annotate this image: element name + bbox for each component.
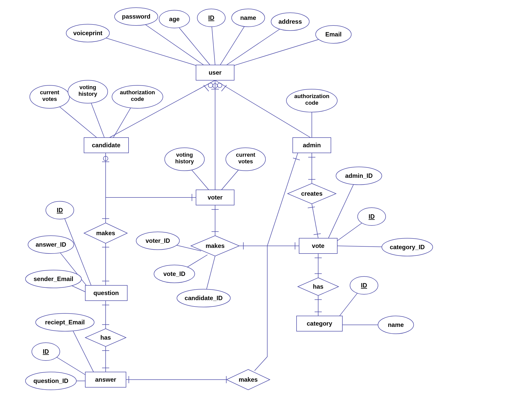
svg-text:authorization: authorization — [120, 89, 155, 96]
svg-text:makes: makes — [96, 230, 115, 236]
svg-line-8 — [221, 85, 227, 91]
entity-category: category — [297, 316, 342, 331]
svg-text:ID: ID — [361, 282, 367, 289]
edge-admin-creates — [308, 153, 315, 183]
svg-text:answer: answer — [95, 376, 116, 383]
edge-answer-reciept — [70, 325, 94, 373]
edge-user-voter — [211, 80, 219, 190]
edge-creates-vote — [308, 204, 321, 238]
svg-text:has: has — [100, 334, 111, 341]
svg-text:age: age — [169, 16, 179, 22]
svg-text:reciept_Email: reciept_Email — [45, 319, 85, 326]
attr-user-name: name — [232, 9, 265, 27]
edge-question-has — [102, 301, 109, 329]
attr-question-id: ID — [46, 201, 74, 219]
svg-text:vote: vote — [312, 242, 324, 249]
attr-user-voiceprint: voiceprint — [66, 24, 109, 42]
attr-user-address: address — [271, 13, 309, 31]
edge-answer-makes2 — [125, 376, 230, 383]
attr-category-id: ID — [350, 276, 378, 294]
svg-text:votes: votes — [42, 96, 57, 102]
attr-vote-id: ID — [358, 208, 386, 225]
edge-makes-vote — [239, 242, 299, 249]
svg-text:question_ID: question_ID — [33, 377, 68, 384]
svg-line-27 — [312, 204, 318, 238]
attr-user-id: ID — [197, 9, 225, 27]
rel-has-vote-category: has — [298, 278, 339, 296]
attr-admin-authcode: authorization code — [286, 89, 337, 112]
svg-text:history: history — [175, 158, 194, 165]
attr-candidate-authcode: authorization code — [112, 85, 163, 108]
attr-voter-votinghistory: voting history — [165, 148, 204, 171]
svg-text:category_ID: category_ID — [390, 244, 425, 250]
attr-answer-id: ID — [32, 343, 60, 361]
svg-point-7 — [217, 83, 222, 88]
svg-text:sender_Email: sender_Email — [34, 275, 73, 282]
svg-text:password: password — [122, 13, 150, 20]
svg-text:ID: ID — [208, 14, 214, 21]
svg-text:voting: voting — [79, 84, 96, 90]
edge-makes-question — [102, 243, 109, 285]
edge-has-category — [315, 296, 322, 316]
svg-text:candidate_ID: candidate_ID — [185, 295, 222, 301]
attr-makes-voterid: voter_ID — [136, 232, 179, 250]
svg-text:current: current — [236, 152, 255, 158]
svg-text:voter_ID: voter_ID — [146, 237, 170, 244]
entity-admin: admin — [293, 138, 331, 153]
attr-candidate-currentvotes: current votes — [30, 85, 69, 108]
attr-vote-adminid: admin_ID — [336, 167, 382, 185]
entity-question: question — [85, 285, 127, 301]
edge-user-email — [232, 36, 331, 66]
svg-text:answer_ID: answer_ID — [36, 241, 66, 248]
svg-text:vote_ID: vote_ID — [163, 270, 186, 277]
entity-voter: voter — [196, 190, 234, 205]
svg-line-2 — [204, 85, 209, 91]
attr-makes-voteid: vote_ID — [154, 265, 195, 283]
svg-text:admin: admin — [303, 142, 321, 149]
svg-text:admin_ID: admin_ID — [345, 172, 373, 179]
svg-text:question: question — [93, 289, 119, 296]
svg-text:category: category — [307, 320, 332, 327]
entity-candidate: candidate — [84, 138, 129, 153]
attr-answer-reciept: reciept_Email — [36, 313, 94, 331]
attr-category-name: name — [378, 316, 414, 334]
rel-creates: creates — [288, 183, 336, 204]
svg-text:ID: ID — [57, 207, 63, 214]
attr-question-answerid: answer_ID — [28, 236, 74, 254]
svg-line-45 — [293, 158, 300, 160]
er-diagram: user voiceprint password age ID name add… — [0, 0, 532, 399]
edge-makes2-admin — [255, 153, 300, 371]
edge-voter-makes — [212, 205, 219, 236]
rel-makes-voter-vote: makes — [191, 236, 239, 256]
attr-user-password: password — [115, 8, 158, 25]
svg-text:user: user — [209, 69, 222, 76]
rel-has-question-answer: has — [85, 329, 126, 347]
attr-candidate-votinghistory: voting history — [68, 80, 108, 103]
edge-user-id — [211, 20, 215, 65]
svg-text:Email: Email — [325, 31, 342, 38]
svg-text:voter: voter — [208, 194, 223, 201]
edge-user-name — [220, 20, 248, 65]
svg-point-1 — [208, 83, 213, 88]
rel-makes-candidate-question: makes — [84, 223, 127, 243]
attr-makes-candidateid: candidate_ID — [177, 289, 230, 307]
svg-text:voiceprint: voiceprint — [73, 30, 103, 36]
svg-text:ID: ID — [369, 213, 375, 220]
attr-user-email: Email — [316, 25, 351, 43]
entity-vote: vote — [299, 238, 337, 254]
svg-text:name: name — [388, 321, 404, 328]
rel-makes-admin-answer: makes — [227, 369, 270, 390]
svg-text:address: address — [278, 18, 302, 25]
attr-voter-currentvotes: current votes — [226, 148, 265, 171]
svg-text:code: code — [131, 96, 144, 102]
svg-text:candidate: candidate — [92, 142, 120, 149]
edge-candidate-voter — [106, 194, 196, 201]
attr-answer-questionid: question_ID — [25, 372, 76, 390]
attr-question-senderemail: sender_Email — [25, 270, 81, 288]
edge-vote-adminid — [328, 178, 356, 238]
attr-user-age: age — [159, 10, 190, 28]
svg-text:has: has — [313, 283, 323, 290]
entity-answer: answer — [85, 372, 126, 387]
svg-text:votes: votes — [238, 158, 253, 165]
svg-text:code: code — [305, 100, 318, 106]
